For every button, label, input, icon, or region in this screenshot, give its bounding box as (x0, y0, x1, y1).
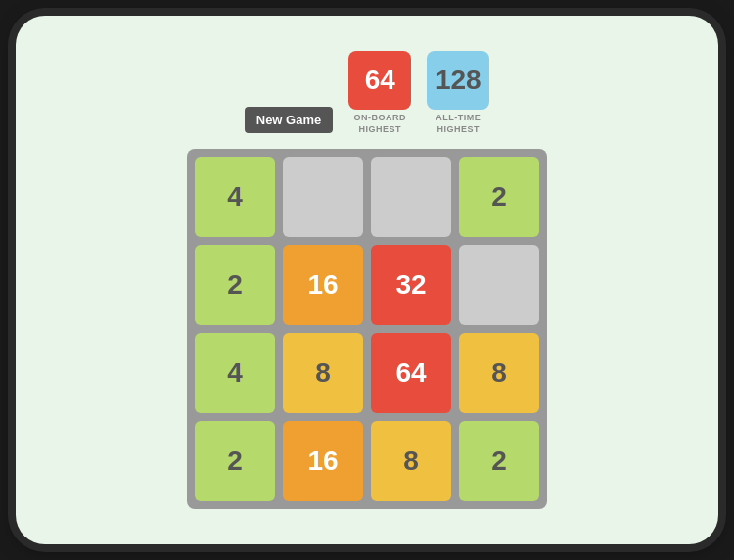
on-board-score-value: 64 (348, 51, 411, 110)
tile-r2-c1: 8 (283, 333, 363, 413)
game-board: 4 2 2 16 32 4 8 64 8 2 16 8 2 (187, 149, 547, 509)
tile-r3-c1: 16 (283, 421, 363, 501)
tile-r0-c3: 2 (459, 157, 539, 237)
all-time-score-value: 128 (427, 51, 489, 110)
tile-r1-c0: 2 (195, 245, 275, 325)
tile-r2-c3: 8 (459, 333, 539, 413)
tile-r1-c2: 32 (371, 245, 451, 325)
all-time-score-label: ALL-TIMEHIGHEST (436, 113, 481, 135)
header: New Game 64 ON-BOARDHIGHEST 128 ALL-TIME… (245, 51, 489, 135)
tile-r2-c0: 4 (195, 333, 275, 413)
tile-r0-c2 (371, 157, 451, 237)
tile-r0-c0: 4 (195, 157, 275, 237)
game-container: New Game 64 ON-BOARDHIGHEST 128 ALL-TIME… (187, 51, 547, 509)
tile-r1-c3 (459, 245, 539, 325)
on-board-score-label: ON-BOARDHIGHEST (353, 113, 406, 135)
new-game-button[interactable]: New Game (245, 107, 333, 133)
all-time-score-box: 128 ALL-TIMEHIGHEST (427, 51, 489, 135)
tile-r1-c1: 16 (283, 245, 363, 325)
tile-r2-c2: 64 (371, 333, 451, 413)
tile-r3-c2: 8 (371, 421, 451, 501)
tile-r0-c1 (283, 157, 363, 237)
on-board-score-box: 64 ON-BOARDHIGHEST (348, 51, 411, 135)
tile-r3-c0: 2 (195, 421, 275, 501)
tile-r3-c3: 2 (459, 421, 539, 501)
tablet-frame: New Game 64 ON-BOARDHIGHEST 128 ALL-TIME… (16, 16, 718, 544)
